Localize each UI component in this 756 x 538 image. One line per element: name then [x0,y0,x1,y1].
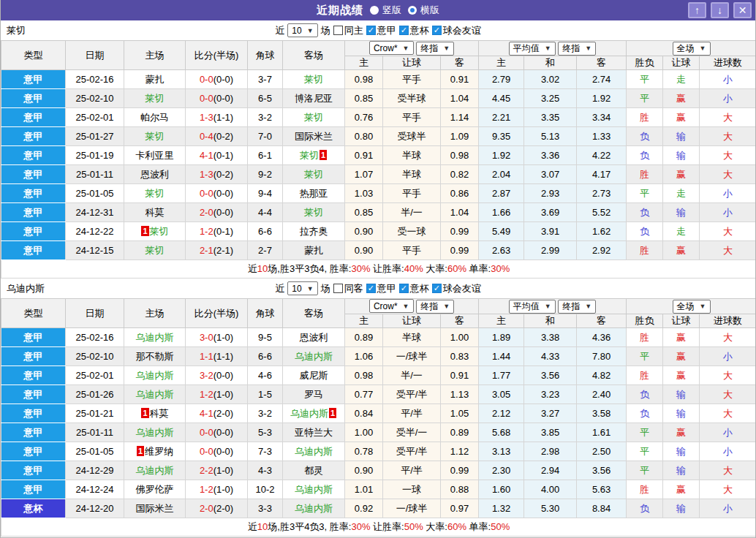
team-name: 莱切 [145,131,165,142]
away-team-cell: 拉齐奥 [283,222,345,241]
odds-away-cell: 0.98 [441,146,479,165]
odds-away-cell: 0.89 [441,423,479,442]
league-friendly-label[interactable]: 球会友谊 [443,282,481,295]
move-up-button[interactable]: ↑ [688,2,706,18]
match-row: 意甲25-01-26乌迪内斯1-2(1-0)1-5罗马0.77受平/半1.133… [1,385,756,404]
near-label: 近 [275,282,284,295]
league-cup-label[interactable]: 意杯 [410,282,429,295]
handicap-result-cell: 输 [663,127,700,146]
avg-home-cell: 5.68 [479,423,524,442]
corner-cell: 5-3 [248,423,283,442]
league-friendly-checkbox[interactable] [432,284,442,293]
odds-home-cell: 0.98 [345,366,383,385]
chevron-down-icon: ▼ [443,45,450,52]
team-name: 莱切 [304,207,323,218]
league-friendly-checkbox[interactable] [432,26,442,35]
chevron-down-icon: ▼ [307,27,314,34]
league-cup-label[interactable]: 意杯 [410,24,429,37]
odds-away-cell: 1.04 [441,203,479,222]
avg-away-cell: 4.36 [577,328,627,347]
handicap-result-cell: 输 [663,499,700,518]
move-down-button[interactable]: ↓ [711,2,729,18]
same-venue-checkbox[interactable] [333,26,343,35]
score-cell: 3-0(1-0) [186,328,248,347]
handicap-result-cell: 赢 [663,328,700,347]
same-venue-label[interactable]: 同主 [344,24,363,37]
col-handicap: 让球 [383,56,441,70]
team-name: 威尼斯 [300,370,328,381]
league-cup-checkbox[interactable] [399,284,409,293]
league-cup-checkbox[interactable] [399,26,409,35]
avg-away-cell: 3.56 [577,461,627,480]
avg-away-cell: 3.34 [577,108,627,127]
match-count-select[interactable]: 10▼ [287,23,317,37]
score-cell: 0-0(0-0) [186,442,248,461]
odds-company-select[interactable]: Crow*▼ [369,41,414,55]
handicap-result-cell: 输 [663,385,700,404]
odds-final-select[interactable]: 终指▼ [416,42,454,56]
date-cell: 25-01-21 [66,404,124,423]
handicap-cell: 一/球半 [383,347,441,366]
scope-group-header: 全场▼ [627,41,756,56]
close-button[interactable]: ✕ [733,2,752,18]
same-venue-checkbox[interactable] [333,284,343,293]
avg-final-select[interactable]: 终指▼ [558,42,596,56]
result-cell: 平 [627,461,663,480]
avg-home-cell: 1.32 [479,499,524,518]
league-cell: 意甲 [1,184,66,203]
col-score: 比分(半场) [186,41,248,70]
col-score: 比分(半场) [186,299,248,328]
scope-select[interactable]: 全场▼ [673,300,711,314]
avg-home-cell: 1.89 [479,328,524,347]
league-cell: 意甲 [1,404,66,423]
league-serie-a-checkbox[interactable] [366,284,376,293]
handicap-cell: 受平/半 [383,442,441,461]
radio-horizontal-layout[interactable] [408,6,417,15]
col-type: 类型 [1,299,66,328]
league-cell: 意甲 [1,70,66,89]
radio-vertical-layout[interactable] [370,6,379,15]
odds-away-cell: 0.91 [441,70,479,89]
date-cell: 25-01-19 [66,146,124,165]
league-serie-a-checkbox[interactable] [366,26,376,35]
league-cell: 意甲 [1,423,66,442]
score-cell: 4-1(2-0) [186,404,248,423]
league-serie-a-label[interactable]: 意甲 [377,282,396,295]
away-team-cell: 莱切 [283,108,345,127]
down-arrow-icon: ↓ [717,4,722,16]
avg-select[interactable]: 平均值▼ [509,300,556,314]
score-cell: 1-3(1-1) [186,108,248,127]
corner-cell: 10-2 [248,480,283,499]
match-row: 意甲25-02-16蒙扎0-0(0-0)3-7莱切0.98平手0.912.793… [1,70,756,89]
avg-home-cell: 4.45 [479,89,524,108]
goals-result-cell: 小 [700,347,756,366]
odds-away-cell: 1.14 [441,108,479,127]
league-friendly-label[interactable]: 球会友谊 [443,24,481,37]
col-odds-home: 主 [345,314,383,328]
team-name: 蒙扎 [304,245,323,256]
league-serie-a-label[interactable]: 意甲 [377,24,396,37]
avg-select[interactable]: 平均值▼ [509,42,556,56]
result-cell: 负 [627,499,663,518]
horizontal-layout-label[interactable]: 横版 [420,4,439,17]
date-cell: 25-02-16 [66,70,124,89]
result-cell: 胜 [627,165,663,184]
home-team-cell: 莱切 [124,184,186,203]
team-name: 那不勒斯 [136,351,174,362]
team-name: 博洛尼亚 [295,93,333,104]
result-cell: 负 [627,404,663,423]
league-cell: 意甲 [1,146,66,165]
match-count-select[interactable]: 10▼ [287,281,317,295]
odds-company-select[interactable]: Crow*▼ [369,299,414,313]
avg-final-select[interactable]: 终指▼ [558,300,596,314]
avg-draw-cell: 3.07 [524,165,577,184]
scope-select[interactable]: 全场▼ [673,42,711,56]
odds-final-select[interactable]: 终指▼ [416,300,454,314]
avg-away-cell: 2.74 [577,70,627,89]
away-team-cell: 亚特兰大 [283,423,345,442]
odds-home-cell: 0.91 [345,146,383,165]
vertical-layout-label[interactable]: 竖版 [382,4,401,17]
same-venue-label[interactable]: 同客 [344,282,363,295]
col-avg-home: 主 [479,314,524,328]
result-cell: 平 [627,442,663,461]
